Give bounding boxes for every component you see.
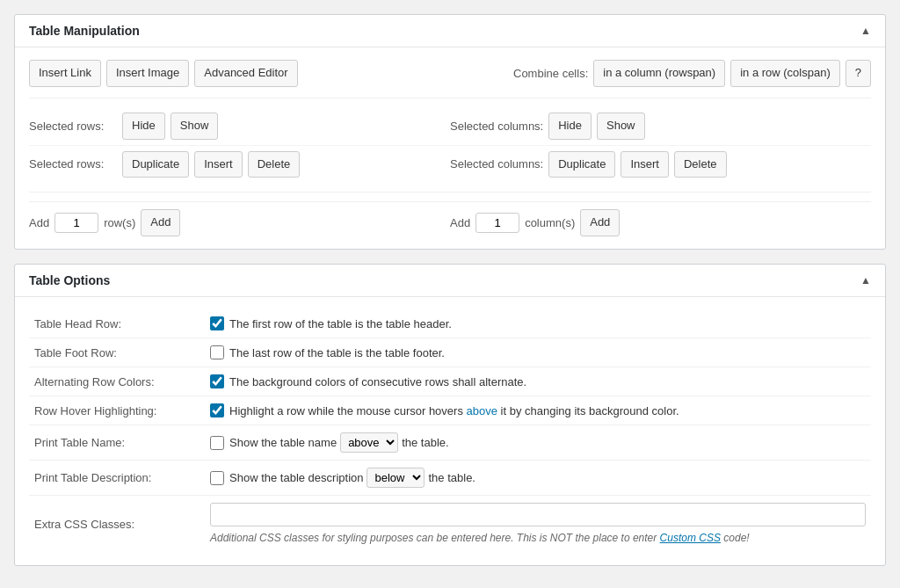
add-rows-button[interactable]: Add: [141, 209, 180, 236]
rows-show-button[interactable]: Show: [171, 113, 219, 140]
table-row: Print Table Description: Show the table …: [29, 461, 871, 496]
print-table-name-checkbox-label[interactable]: Show the table name above below the tabl…: [210, 432, 866, 453]
print-table-desc-control: Show the table description above below t…: [205, 461, 871, 496]
add-cols-unit: column(s): [525, 216, 575, 229]
table-row: Table Head Row: The first row of the tab…: [29, 309, 871, 338]
add-rows-label: Add: [29, 216, 49, 229]
rows-cols-divider: [29, 192, 871, 192]
table-head-row-checkbox-label[interactable]: The first row of the table is the table …: [210, 316, 866, 330]
extra-css-input[interactable]: [210, 503, 866, 526]
table-manipulation-title: Table Manipulation: [29, 24, 140, 38]
table-options-title: Table Options: [29, 273, 110, 287]
row-hover-control: Highlight a row while the mouse cursor h…: [205, 396, 871, 425]
table-manipulation-toggle-icon[interactable]: ▲: [860, 25, 871, 37]
selected-cols-label-2: Selected columns:: [450, 157, 543, 171]
row-hover-checkbox-label[interactable]: Highlight a row while the mouse cursor h…: [210, 403, 866, 417]
insert-link-button[interactable]: Insert Link: [29, 60, 101, 87]
rows-hide-button[interactable]: Hide: [122, 113, 165, 140]
table-row: Table Foot Row: The last row of the tabl…: [29, 338, 871, 367]
table-manipulation-header: Table Manipulation ▲: [15, 15, 885, 47]
combine-question-button[interactable]: ?: [846, 60, 871, 87]
table-head-row-checkbox[interactable]: [210, 316, 224, 330]
selected-rows-label-1: Selected rows:: [29, 120, 117, 133]
selected-cols-dup-ins-del-row: Selected columns: Duplicate Insert Delet…: [450, 146, 871, 184]
options-table: Table Head Row: The first row of the tab…: [29, 309, 871, 553]
extra-css-label: Extra CSS Classes:: [29, 496, 205, 554]
rows-column: Selected rows: Hide Show Selected rows: …: [29, 107, 450, 184]
cols-insert-button[interactable]: Insert: [621, 151, 669, 178]
print-table-name-text-before: Show the table name: [229, 436, 337, 449]
table-foot-row-control: The last row of the table is the table f…: [205, 338, 871, 367]
custom-css-link[interactable]: Custom CSS: [660, 532, 721, 544]
print-table-desc-select[interactable]: above below: [367, 468, 425, 488]
columns-column: Selected columns: Hide Show Selected col…: [450, 107, 871, 184]
insert-image-button[interactable]: Insert Image: [106, 60, 189, 87]
print-table-name-label: Print Table Name:: [29, 425, 205, 461]
row-hover-checkbox[interactable]: [210, 403, 224, 417]
rows-cols-section: Selected rows: Hide Show Selected rows: …: [29, 107, 871, 184]
table-foot-row-label: Table Foot Row:: [29, 338, 205, 367]
print-table-desc-checkbox[interactable]: [210, 471, 224, 485]
table-options-header: Table Options ▲: [15, 265, 885, 297]
selected-rows-hide-show-row: Selected rows: Hide Show: [29, 107, 450, 146]
rows-insert-button[interactable]: Insert: [194, 151, 243, 178]
row-hover-label: Row Hover Highlighting:: [29, 396, 205, 425]
table-row: Alternating Row Colors: The background c…: [29, 367, 871, 396]
toolbar-divider: [29, 98, 871, 98]
selected-cols-hide-show-row: Selected columns: Hide Show: [450, 107, 871, 146]
table-head-row-control: The first row of the table is the table …: [205, 309, 871, 338]
add-cols-button[interactable]: Add: [580, 209, 620, 236]
add-cols-input[interactable]: [475, 213, 519, 233]
combine-cells-area: Combine cells: in a column (rowspan) in …: [513, 60, 871, 87]
alternating-row-checkbox-label[interactable]: The background colors of consecutive row…: [210, 374, 866, 388]
table-head-row-text: The first row of the table is the table …: [229, 317, 452, 330]
top-toolbar: Insert Link Insert Image Advanced Editor…: [29, 60, 871, 87]
rows-duplicate-button[interactable]: Duplicate: [122, 151, 189, 178]
cols-duplicate-button[interactable]: Duplicate: [548, 151, 615, 178]
table-foot-row-checkbox[interactable]: [210, 345, 224, 359]
cols-hide-button[interactable]: Hide: [548, 113, 592, 140]
rows-delete-button[interactable]: Delete: [248, 151, 301, 178]
advanced-editor-button[interactable]: Advanced Editor: [194, 60, 297, 87]
hover-highlight-word: above: [467, 404, 497, 417]
table-row: Print Table Name: Show the table name ab…: [29, 425, 871, 461]
table-head-row-label: Table Head Row:: [29, 309, 205, 338]
add-rows-input[interactable]: [54, 213, 98, 233]
combine-rowspan-button[interactable]: in a column (rowspan): [593, 60, 725, 87]
cols-delete-button[interactable]: Delete: [674, 151, 727, 178]
alternating-row-label: Alternating Row Colors:: [29, 367, 205, 396]
extra-css-help-text: Additional CSS classes for styling purpo…: [210, 530, 866, 546]
table-row: Extra CSS Classes: Additional CSS classe…: [29, 496, 871, 554]
combine-cells-label: Combine cells:: [513, 67, 588, 80]
alternating-row-control: The background colors of consecutive row…: [205, 367, 871, 396]
print-table-name-control: Show the table name above below the tabl…: [205, 425, 871, 461]
table-foot-row-text: The last row of the table is the table f…: [229, 346, 445, 359]
print-table-name-text-after: the table.: [402, 436, 449, 449]
add-cols-group: Add column(s) Add: [450, 209, 871, 236]
print-table-desc-checkbox-label[interactable]: Show the table description above below t…: [210, 468, 866, 488]
print-table-desc-text-before: Show the table description: [229, 471, 363, 484]
table-options-toggle-icon[interactable]: ▲: [860, 274, 871, 287]
alternating-row-text: The background colors of consecutive row…: [229, 375, 526, 388]
add-cols-label: Add: [450, 216, 470, 229]
row-hover-text: Highlight a row while the mouse cursor h…: [229, 404, 679, 417]
add-rows-unit: row(s): [104, 216, 135, 229]
print-table-name-checkbox[interactable]: [210, 436, 224, 450]
print-table-name-select[interactable]: above below: [340, 432, 398, 453]
table-row: Row Hover Highlighting: Highlight a row …: [29, 396, 871, 425]
selected-rows-dup-ins-del-row: Selected rows: Duplicate Insert Delete: [29, 146, 450, 184]
alternating-row-checkbox[interactable]: [210, 374, 224, 388]
combine-colspan-button[interactable]: in a row (colspan): [730, 60, 840, 87]
print-table-desc-text-after: the table.: [428, 471, 475, 484]
cols-show-button[interactable]: Show: [597, 113, 645, 140]
add-section: Add row(s) Add Add column(s) Add: [29, 201, 871, 236]
add-rows-group: Add row(s) Add: [29, 209, 450, 236]
table-manipulation-body: Insert Link Insert Image Advanced Editor…: [15, 47, 885, 249]
table-options-body: Table Head Row: The first row of the tab…: [15, 297, 885, 565]
selected-rows-label-2: Selected rows:: [29, 157, 117, 171]
extra-css-control: Additional CSS classes for styling purpo…: [205, 496, 871, 554]
table-foot-row-checkbox-label[interactable]: The last row of the table is the table f…: [210, 345, 866, 359]
selected-cols-label-1: Selected columns:: [450, 120, 543, 133]
table-options-panel: Table Options ▲ Table Head Row: The firs…: [14, 264, 886, 566]
print-table-desc-label: Print Table Description:: [29, 461, 205, 496]
